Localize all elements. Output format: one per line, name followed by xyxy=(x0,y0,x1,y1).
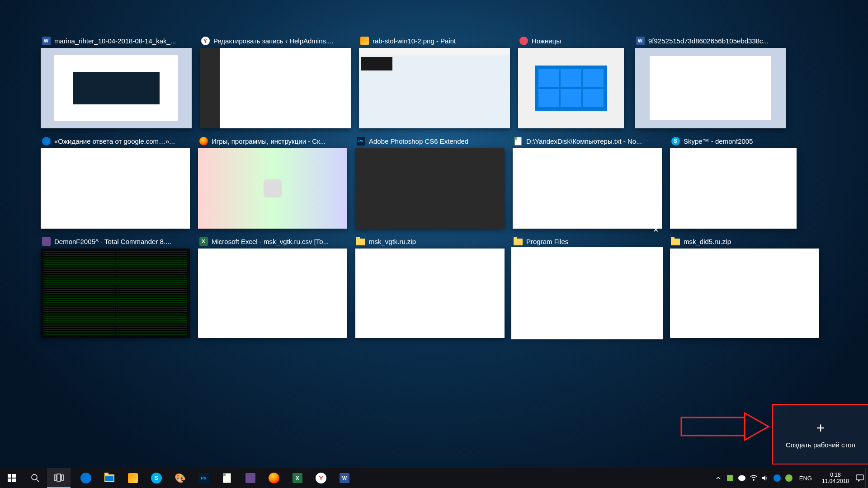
svg-rect-4 xyxy=(12,479,16,482)
window-title: Skype™ - demonf2005 xyxy=(684,137,753,145)
svg-rect-3 xyxy=(8,479,11,482)
tray-sync-icon[interactable] xyxy=(783,468,795,488)
window-card-word-2[interactable]: W 9f9252515d73d8602656b105ebd338c... xyxy=(635,36,786,128)
svg-rect-8 xyxy=(57,474,61,481)
task-view-row-2: «Ожидание ответа от google.com…»... Игры… xyxy=(41,136,827,229)
yandex-browser-icon: Y xyxy=(201,36,210,45)
window-thumbnail[interactable] xyxy=(355,148,505,229)
window-title: msk_did5.ru.zip xyxy=(684,238,731,245)
window-card-firefox[interactable]: Игры, программы, инструкции - Ск... xyxy=(198,136,347,229)
window-card-paint[interactable]: rab-stol-win10-2.png - Paint xyxy=(359,36,510,128)
window-thumbnail[interactable] xyxy=(198,249,347,338)
language-indicator[interactable]: ENG xyxy=(795,475,816,482)
window-card-notepad[interactable]: D:\YandexDisk\Компьютеры.txt - No... xyxy=(513,136,662,229)
show-desktop-button[interactable] xyxy=(865,468,868,488)
taskbar-totalcmd[interactable] xyxy=(239,468,262,488)
tray-chevron-icon[interactable] xyxy=(712,468,724,488)
taskbar-skype[interactable]: S xyxy=(145,468,168,488)
action-center-button[interactable] xyxy=(854,468,865,488)
word-icon: W xyxy=(42,36,51,45)
window-title: «Ожидание ответа от google.com…»... xyxy=(54,137,175,145)
window-card-program-files[interactable]: Program Files ✕ xyxy=(513,237,662,338)
window-thumbnail[interactable] xyxy=(355,249,505,338)
window-card-excel[interactable]: X Microsoft Excel - msk_vgtk.ru.csv [To.… xyxy=(198,237,347,338)
taskbar-notepadpp[interactable] xyxy=(215,468,239,488)
window-thumbnail[interactable] xyxy=(359,48,510,128)
taskbar-right: ENG 0:18 11.04.2018 xyxy=(712,468,868,488)
window-card-skype[interactable]: S Skype™ - demonf2005 xyxy=(670,136,797,229)
firefox-icon xyxy=(199,136,208,145)
skype-icon: S xyxy=(671,136,680,145)
window-card-photoshop[interactable]: Ps Adobe Photoshop CS6 Extended xyxy=(355,136,505,229)
window-title: Program Files xyxy=(526,238,568,245)
annotation-arrow xyxy=(680,412,771,444)
window-thumbnail[interactable] xyxy=(670,249,819,338)
window-thumbnail[interactable] xyxy=(41,249,190,338)
svg-rect-1 xyxy=(8,474,11,478)
clock[interactable]: 0:18 11.04.2018 xyxy=(816,468,854,488)
window-card-yandex[interactable]: Y Редактировать запись ‹ HelpAdmins.... xyxy=(200,36,351,128)
total-commander-icon xyxy=(42,237,51,246)
clock-date: 11.04.2018 xyxy=(822,478,849,484)
window-title: Adobe Photoshop CS6 Extended xyxy=(369,137,468,145)
folder-icon xyxy=(671,237,680,246)
taskbar-edge[interactable] xyxy=(74,468,98,488)
task-view-button[interactable] xyxy=(47,468,71,488)
snipping-tool-icon xyxy=(519,36,528,45)
search-button[interactable] xyxy=(24,468,47,488)
window-thumbnail[interactable] xyxy=(41,48,192,128)
window-title: marina_rihter_10-04-2018-08-14_kak_... xyxy=(54,37,176,45)
taskbar-photoshop[interactable]: Ps xyxy=(192,468,215,488)
taskbar-word[interactable]: W xyxy=(333,468,356,488)
taskbar-excel[interactable]: X xyxy=(286,468,309,488)
svg-line-6 xyxy=(37,479,39,482)
word-icon: W xyxy=(636,36,645,45)
window-title: 9f9252515d73d8602656b105ebd338c... xyxy=(648,37,769,45)
window-title: rab-stol-win10-2.png - Paint xyxy=(373,37,456,45)
folder-icon xyxy=(356,237,365,246)
window-thumbnail[interactable] xyxy=(41,148,190,229)
edge-icon xyxy=(42,136,51,145)
window-thumbnail[interactable] xyxy=(200,48,351,128)
taskbar-explorer[interactable] xyxy=(98,468,121,488)
window-thumbnail[interactable] xyxy=(198,148,347,229)
window-thumbnail[interactable] xyxy=(518,48,624,128)
tray-wifi-icon[interactable] xyxy=(748,468,760,488)
taskbar-paint-brush[interactable]: 🎨 xyxy=(168,468,192,488)
window-card-zip-2[interactable]: msk_did5.ru.zip xyxy=(670,237,819,338)
window-title: Microsoft Excel - msk_vgtk.ru.csv [To... xyxy=(212,238,329,245)
tray-defender-icon[interactable] xyxy=(724,468,736,488)
plus-icon: + xyxy=(816,420,825,436)
svg-rect-11 xyxy=(856,475,863,480)
window-title: Редактировать запись ‹ HelpAdmins.... xyxy=(213,37,334,45)
window-thumbnail[interactable] xyxy=(513,249,662,338)
window-thumbnail[interactable] xyxy=(670,148,797,229)
taskbar-left: S 🎨 Ps X Y W xyxy=(0,468,356,488)
window-thumbnail[interactable] xyxy=(635,48,786,128)
new-desktop-button[interactable]: + Создать рабочий стол xyxy=(773,405,868,464)
tray-yandex-disk-icon[interactable] xyxy=(736,468,748,488)
tray-volume-icon[interactable] xyxy=(760,468,771,488)
window-card-totalcmd[interactable]: DemonF2005^ - Total Commander 8.... xyxy=(41,237,190,338)
window-title: msk_vgtk.ru.zip xyxy=(369,238,416,245)
task-view-row-3: DemonF2005^ - Total Commander 8.... X Mi… xyxy=(41,237,827,338)
taskbar: S 🎨 Ps X Y W ENG 0:18 11.04.2018 xyxy=(0,468,868,488)
window-card-zip-1[interactable]: msk_vgtk.ru.zip xyxy=(355,237,505,338)
svg-rect-2 xyxy=(12,474,16,478)
window-card-snipping[interactable]: Ножницы xyxy=(518,36,627,128)
taskbar-paint[interactable] xyxy=(121,468,145,488)
taskbar-firefox[interactable] xyxy=(262,468,286,488)
close-window-button[interactable]: ✕ xyxy=(650,224,661,235)
excel-icon: X xyxy=(199,237,208,246)
window-title: D:\YandexDisk\Компьютеры.txt - No... xyxy=(526,137,642,145)
window-thumbnail[interactable] xyxy=(513,148,662,229)
new-desktop-label: Создать рабочий стол xyxy=(786,441,855,449)
window-title: Ножницы xyxy=(532,37,561,45)
window-card-edge[interactable]: «Ожидание ответа от google.com…»... xyxy=(41,136,190,229)
clock-time: 0:18 xyxy=(830,472,840,478)
task-view: W marina_rihter_10-04-2018-08-14_kak_...… xyxy=(0,0,868,468)
window-card-word-1[interactable]: W marina_rihter_10-04-2018-08-14_kak_... xyxy=(41,36,192,128)
tray-app-icon-1[interactable] xyxy=(771,468,783,488)
start-button[interactable] xyxy=(0,468,24,488)
taskbar-yandex[interactable]: Y xyxy=(309,468,333,488)
